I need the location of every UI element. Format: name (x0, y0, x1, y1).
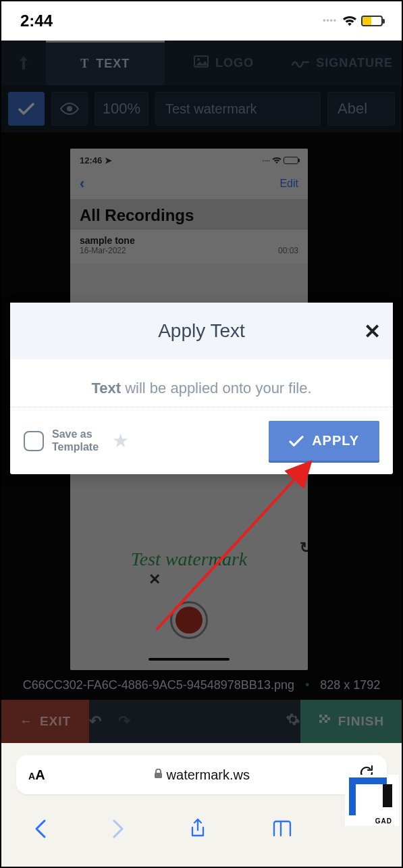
inner-edit-link: Edit (279, 178, 298, 190)
svg-rect-10 (155, 773, 162, 778)
url-text: watermark.ws (167, 767, 250, 783)
lock-icon (154, 769, 163, 781)
battery-icon (361, 16, 383, 26)
tab-text[interactable]: T TEXT (46, 41, 165, 85)
settings-button[interactable] (286, 712, 300, 731)
opacity-value[interactable]: 100% (95, 92, 149, 126)
redo-button[interactable]: ↷ (118, 713, 131, 730)
save-template-option[interactable]: Save as Template ★ (24, 428, 129, 453)
visibility-toggle[interactable] (51, 92, 88, 126)
svg-rect-5 (322, 717, 325, 720)
safari-bookmarks-button[interactable] (271, 819, 293, 843)
watermark-rotate-handle[interactable]: ↻ (300, 539, 308, 557)
arrow-left-icon: ← (20, 714, 33, 729)
save-template-checkbox[interactable] (24, 431, 44, 451)
status-icons: •••• (323, 15, 383, 27)
inner-time: 12:46 ➤ (80, 155, 112, 165)
modal-close-button[interactable]: ✕ (364, 320, 381, 343)
inner-row-date: 16-Mar-2022 (80, 246, 135, 255)
file-name: C66CC302-FA6C-4886-9AC5-94548978BB13.png (23, 678, 294, 692)
modal-description: Text will be applied onto your file. (10, 359, 393, 407)
svg-rect-3 (319, 715, 322, 717)
inner-row-duration: 00:03 (278, 246, 298, 255)
text-size-button[interactable]: AA (28, 767, 45, 783)
svg-rect-8 (325, 720, 327, 723)
modal-footer: Save as Template ★ APPLY (10, 407, 393, 474)
confirm-button[interactable] (8, 92, 45, 126)
tab-signature[interactable]: SIGNATURE (283, 41, 402, 85)
apply-text-modal: Apply Text ✕ Text will be applied onto y… (10, 303, 393, 474)
modal-desc-emphasis: Text (91, 380, 121, 397)
image-icon (194, 55, 209, 71)
cellular-dots-icon: •••• (323, 16, 337, 26)
svg-point-1 (197, 58, 200, 61)
inner-recording-row: sample tone 16-Mar-2022 00:03 (70, 229, 308, 263)
modal-desc-text: will be applied onto your file. (121, 380, 312, 397)
url-display[interactable]: watermark.ws (55, 767, 349, 783)
status-bar: 2:44 •••• (1, 1, 402, 41)
svg-rect-6 (327, 717, 330, 720)
modal-title: Apply Text (158, 320, 245, 341)
clock-time: 2:44 (20, 11, 53, 30)
flag-icon (318, 713, 331, 730)
safari-share-button[interactable] (189, 818, 207, 844)
upload-tab-icon[interactable] (1, 41, 46, 85)
inner-battery-icon (284, 157, 298, 164)
safari-nav-bar: □ (1, 804, 402, 858)
wifi-icon (342, 15, 357, 27)
safari-browser-chrome: AA watermark.ws □ (1, 743, 402, 867)
inner-cell-dots: •••• (263, 157, 270, 163)
text-icon: T (80, 57, 89, 71)
inner-status-area: 12:46 ➤ •••• ‹ Edit (70, 149, 308, 199)
history-controls: ↶ ↷ (89, 700, 300, 743)
editor-bottom-bar: ← EXIT ↶ ↷ FINISH (1, 700, 402, 743)
inner-title: All Recordings (80, 206, 298, 225)
inner-back-icon: ‹ (80, 175, 84, 193)
tab-logo[interactable]: LOGO (165, 41, 284, 85)
inner-wifi-icon (272, 157, 281, 164)
save-template-label: Save as Template (52, 428, 99, 453)
modal-header: Apply Text ✕ (10, 303, 393, 359)
safari-forward-button[interactable] (111, 818, 125, 844)
inner-row-name: sample tone (80, 235, 135, 246)
tab-signature-label: SIGNATURE (316, 56, 393, 70)
publisher-logo: GAD (345, 775, 399, 826)
separator-dot: • (305, 678, 309, 692)
apply-button[interactable]: APPLY (269, 421, 379, 461)
font-selector[interactable]: Abel (327, 92, 395, 126)
safari-back-button[interactable] (34, 818, 47, 844)
signature-icon (292, 55, 309, 71)
finish-button[interactable]: FINISH (300, 700, 402, 743)
finish-label: FINISH (338, 714, 384, 729)
text-toolbar: 100% Test watermark Abel (1, 85, 402, 132)
inner-home-indicator (149, 658, 230, 661)
tab-text-label: TEXT (96, 57, 130, 71)
safari-url-bar[interactable]: AA watermark.ws (16, 755, 387, 794)
undo-button[interactable]: ↶ (89, 713, 102, 730)
publisher-logo-text: GAD (375, 817, 392, 825)
svg-rect-7 (319, 720, 322, 723)
svg-rect-4 (325, 715, 327, 717)
apply-label: APPLY (312, 433, 359, 449)
watermark-preview-text[interactable]: Test watermark (131, 548, 247, 570)
watermark-type-tabs: T TEXT LOGO SIGNATURE (1, 41, 402, 85)
exit-label: EXIT (40, 714, 71, 729)
file-info-bar: C66CC302-FA6C-4886-9AC5-94548978BB13.png… (1, 670, 402, 700)
exit-button[interactable]: ← EXIT (1, 700, 89, 743)
watermark-text-input[interactable]: Test watermark (155, 92, 321, 126)
tab-logo-label: LOGO (215, 56, 254, 70)
watermark-delete-handle[interactable]: ✕ (149, 571, 161, 588)
file-dimensions: 828 x 1792 (320, 678, 380, 692)
checkmark-icon (289, 435, 304, 447)
inner-record-button (170, 601, 208, 639)
svg-point-2 (67, 106, 72, 111)
star-icon: ★ (112, 430, 129, 452)
